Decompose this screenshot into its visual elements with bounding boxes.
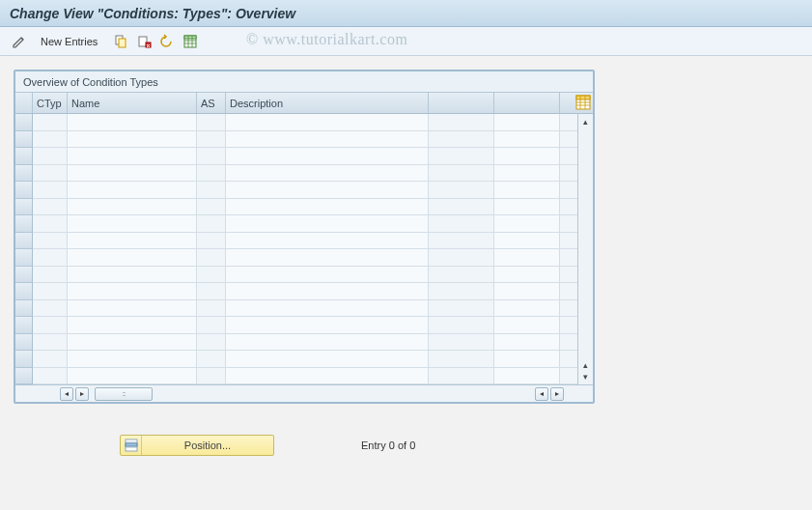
cell-name[interactable] [68,215,197,233]
cell-description[interactable] [226,131,429,149]
cell-ctyp[interactable] [33,199,68,216]
cell-description[interactable] [226,267,429,284]
cell-ctyp[interactable] [33,131,68,149]
cell-name[interactable] [68,267,197,284]
cell-extra2[interactable] [494,165,560,183]
delete-icon[interactable] [134,32,154,51]
cell-ctyp[interactable] [33,114,68,131]
cell-description[interactable] [226,114,429,131]
cell-name[interactable] [68,334,197,352]
scroll-left-icon[interactable]: ◂ [535,387,548,401]
cell-extra1[interactable] [429,148,494,165]
cell-ctyp[interactable] [33,165,68,183]
row-selector[interactable] [15,368,33,385]
cell-ctyp[interactable] [33,300,68,318]
row-selector[interactable] [15,182,33,199]
cell-as[interactable] [197,165,226,183]
cell-extra1[interactable] [429,131,494,149]
copy-as-icon[interactable] [111,32,130,51]
row-selector[interactable] [15,114,33,131]
cell-name[interactable] [68,114,197,131]
cell-description[interactable] [226,233,429,250]
toggle-change-icon[interactable] [10,32,29,51]
cell-extra2[interactable] [494,283,560,300]
cell-ctyp[interactable] [33,215,68,233]
cell-description[interactable] [226,334,429,352]
cell-extra2[interactable] [494,300,560,318]
cell-extra1[interactable] [429,249,494,267]
cell-extra2[interactable] [494,182,560,199]
row-selector[interactable] [15,148,33,165]
cell-extra1[interactable] [429,300,494,318]
cell-name[interactable] [68,131,197,149]
cell-as[interactable] [197,334,226,352]
cell-extra2[interactable] [494,233,560,250]
cell-name[interactable] [68,351,197,368]
table-row[interactable] [15,317,577,334]
cell-name[interactable] [68,283,197,300]
cell-extra1[interactable] [429,165,494,183]
table-row[interactable] [15,334,577,352]
cell-description[interactable] [226,215,429,233]
row-selector[interactable] [15,300,33,318]
cell-extra2[interactable] [494,249,560,267]
row-selector[interactable] [15,334,33,352]
cell-extra1[interactable] [429,368,494,385]
cell-ctyp[interactable] [33,249,68,267]
row-selector[interactable] [15,233,33,250]
cell-description[interactable] [226,368,429,385]
cell-name[interactable] [68,199,197,216]
cell-description[interactable] [226,317,429,334]
cell-extra2[interactable] [494,131,560,149]
cell-as[interactable] [197,300,226,318]
scroll-right-icon[interactable]: ▸ [75,387,89,401]
cell-ctyp[interactable] [33,233,68,250]
cell-ctyp[interactable] [33,267,68,284]
row-selector[interactable] [15,249,33,267]
cell-as[interactable] [197,267,226,284]
column-header-description[interactable]: Description [226,93,429,113]
cell-ctyp[interactable] [33,148,68,165]
column-header-as[interactable]: AS [197,93,226,113]
cell-as[interactable] [197,233,226,250]
cell-extra1[interactable] [429,215,494,233]
cell-as[interactable] [197,182,226,199]
row-selector[interactable] [15,131,33,149]
scroll-thumb[interactable] [95,387,153,401]
scroll-down-icon[interactable]: ▴ [580,359,592,371]
cell-ctyp[interactable] [33,317,68,334]
scroll-up-icon[interactable]: ▴ [580,116,592,128]
table-row[interactable] [15,215,577,233]
cell-extra2[interactable] [494,351,560,368]
cell-as[interactable] [197,368,226,385]
row-selector[interactable] [15,215,33,233]
cell-extra1[interactable] [429,283,494,300]
column-header-name[interactable]: Name [68,93,197,113]
cell-as[interactable] [197,351,226,368]
cell-extra2[interactable] [494,148,560,165]
cell-extra2[interactable] [494,199,560,216]
cell-as[interactable] [197,249,226,267]
cell-description[interactable] [226,182,429,199]
table-row[interactable] [15,267,577,284]
cell-name[interactable] [68,233,197,250]
horizontal-scrollbar[interactable]: ◂ ▸ ◂ ▸ [15,384,593,402]
cell-as[interactable] [197,148,226,165]
row-selector[interactable] [15,351,33,368]
cell-description[interactable] [226,148,429,165]
cell-name[interactable] [68,368,197,385]
column-header-selector[interactable] [15,93,33,113]
cell-extra1[interactable] [429,317,494,334]
cell-ctyp[interactable] [33,334,68,352]
select-all-icon[interactable] [181,32,200,51]
column-header-extra1[interactable] [429,93,494,113]
cell-description[interactable] [226,283,429,300]
table-row[interactable] [15,300,577,318]
table-row[interactable] [15,351,577,368]
cell-description[interactable] [226,351,429,368]
column-header-extra2[interactable] [494,93,560,113]
cell-extra1[interactable] [429,233,494,250]
cell-description[interactable] [226,165,429,183]
table-row[interactable] [15,131,577,149]
cell-extra2[interactable] [494,317,560,334]
